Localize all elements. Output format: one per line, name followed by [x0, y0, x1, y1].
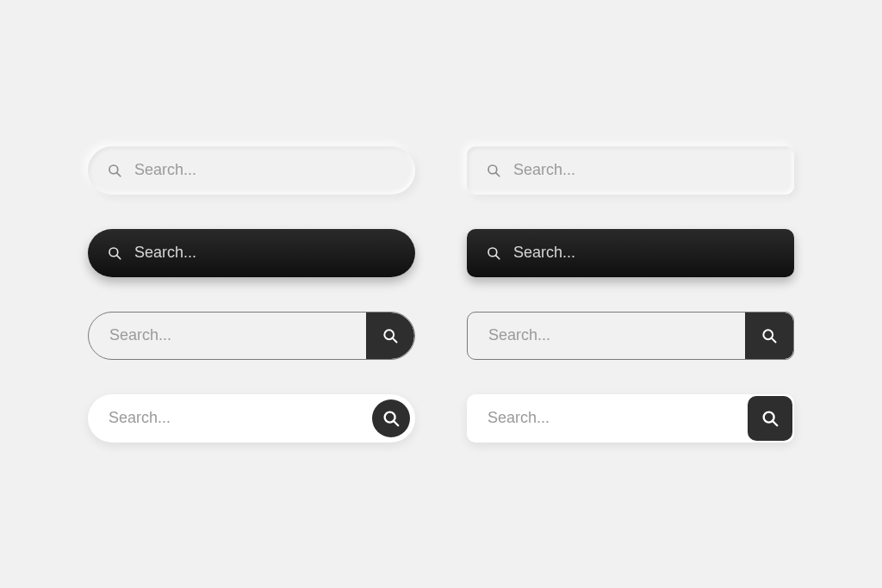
svg-line-1 [117, 172, 121, 176]
svg-line-13 [394, 420, 399, 425]
search-placeholder: Search... [468, 326, 745, 344]
search-button[interactable] [366, 313, 414, 359]
search-placeholder: Search... [134, 161, 415, 179]
search-placeholder: Search... [134, 244, 415, 262]
svg-line-9 [393, 337, 397, 342]
search-placeholder: Search... [88, 409, 372, 427]
search-bar-neumorph-pill[interactable]: Search... [88, 146, 415, 195]
search-icon [761, 409, 780, 428]
svg-line-3 [496, 172, 500, 176]
search-icon [382, 327, 399, 344]
search-bar-neumorph-soft[interactable]: Search... [467, 146, 794, 195]
search-bar-white-soft[interactable]: Search... [467, 394, 794, 443]
svg-line-7 [496, 255, 500, 258]
search-button[interactable] [745, 313, 793, 359]
search-icon [107, 163, 122, 178]
search-icon [382, 409, 401, 428]
search-button[interactable] [372, 399, 410, 437]
search-placeholder: Search... [467, 409, 748, 427]
search-icon [107, 245, 122, 261]
search-bar-bordered-pill[interactable]: Search... [88, 312, 415, 360]
search-bar-grid: Search... Search... Search... Search... … [88, 146, 794, 443]
svg-line-5 [117, 255, 121, 258]
search-bar-dark-pill[interactable]: Search... [88, 229, 415, 277]
search-bar-bordered-soft[interactable]: Search... [467, 312, 794, 360]
search-bar-dark-soft[interactable]: Search... [467, 229, 794, 277]
svg-line-15 [773, 420, 778, 425]
search-button[interactable] [748, 396, 792, 441]
search-icon [486, 245, 501, 261]
search-icon [486, 163, 501, 178]
svg-line-11 [772, 337, 776, 342]
search-placeholder: Search... [513, 244, 794, 262]
search-placeholder: Search... [89, 326, 366, 344]
search-icon [761, 327, 778, 344]
search-bar-white-pill[interactable]: Search... [88, 394, 415, 443]
search-placeholder: Search... [513, 161, 794, 179]
